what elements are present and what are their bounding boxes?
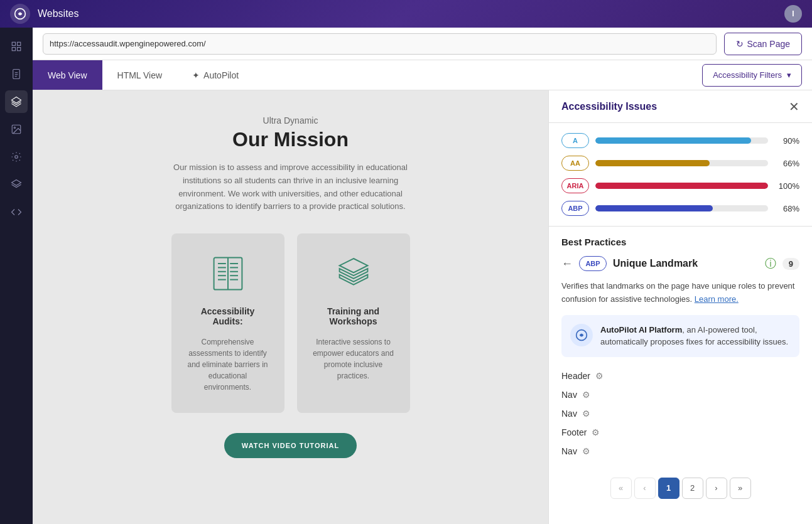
layers-icon bbox=[333, 254, 374, 296]
tab-web-view[interactable]: Web View bbox=[33, 60, 102, 90]
web-card-audits: Accessibility Audits: Comprehensive asse… bbox=[171, 233, 284, 413]
issue-row-aa: AA 66% bbox=[561, 156, 799, 171]
sidebar-item-grid[interactable] bbox=[5, 35, 28, 58]
info-icon: ⓘ bbox=[765, 256, 776, 271]
detail-count-badge: 9 bbox=[782, 258, 799, 270]
tab-autopilot[interactable]: ✦ AutoPilot bbox=[177, 60, 254, 90]
badge-abp[interactable]: ABP bbox=[561, 201, 589, 216]
panel-header: Accessibility Issues ✕ bbox=[549, 90, 812, 123]
app-title: Websites bbox=[38, 8, 777, 19]
detail-badge-abp: ABP bbox=[579, 256, 607, 271]
chevron-down-icon: ▾ bbox=[787, 70, 791, 80]
badge-aa[interactable]: AA bbox=[561, 156, 589, 171]
accessibility-filters-button[interactable]: Accessibility Filters ▾ bbox=[702, 64, 802, 87]
back-button[interactable]: ← bbox=[561, 257, 573, 270]
pagination: « ‹ 1 2 › bbox=[561, 470, 799, 501]
card-training-desc: Interactive sessions to empower educator… bbox=[312, 336, 395, 382]
progress-fill-aria bbox=[595, 183, 768, 189]
pagination-next-button[interactable]: › bbox=[706, 478, 727, 499]
watch-video-button[interactable]: WATCH VIDEO TUTORIAL bbox=[224, 433, 357, 458]
fix-icon-4[interactable]: ⚙ bbox=[582, 446, 590, 456]
badge-a[interactable]: A bbox=[561, 133, 589, 148]
avatar[interactable]: I bbox=[784, 5, 802, 23]
main-layout: ↻ Scan Page Web View HTML View ✦ AutoPil… bbox=[0, 28, 812, 524]
svg-rect-3 bbox=[12, 48, 15, 51]
detail-description: Verifies that landmarks on the page have… bbox=[561, 280, 799, 306]
issue-pct-a: 90% bbox=[774, 136, 799, 146]
pagination-first-button[interactable]: « bbox=[610, 478, 632, 499]
web-title: Our Mission bbox=[232, 128, 349, 151]
scan-page-button[interactable]: ↻ Scan Page bbox=[724, 33, 803, 55]
issue-row-a: A 90% bbox=[561, 133, 799, 148]
url-bar: ↻ Scan Page bbox=[33, 28, 812, 60]
landmark-name-0: Header bbox=[561, 371, 590, 381]
issues-list: A 90% AA bbox=[549, 123, 812, 227]
close-panel-button[interactable]: ✕ bbox=[789, 100, 799, 113]
svg-point-12 bbox=[15, 156, 18, 159]
issue-row-abp: ABP 68% bbox=[561, 201, 799, 216]
badge-aria[interactable]: ARIA bbox=[561, 178, 589, 193]
pagination-last-button[interactable]: » bbox=[730, 478, 751, 499]
list-item: Nav ⚙ bbox=[561, 386, 799, 404]
landmark-list: Header ⚙ Nav ⚙ Nav ⚙ Footer bbox=[561, 367, 799, 460]
sidebar-item-image[interactable] bbox=[5, 118, 28, 141]
pagination-page-1-button[interactable]: 1 bbox=[658, 478, 679, 499]
card-training-title: Training and Workshops bbox=[312, 306, 395, 326]
right-panel: Accessibility Issues ✕ A 90% bbox=[548, 90, 812, 524]
sidebar-item-code[interactable] bbox=[5, 201, 28, 223]
url-input[interactable] bbox=[43, 33, 717, 55]
content-area: ↻ Scan Page Web View HTML View ✦ AutoPil… bbox=[33, 28, 812, 524]
refresh-icon: ↻ bbox=[736, 39, 744, 49]
fix-icon-3[interactable]: ⚙ bbox=[592, 427, 600, 437]
list-item: Footer ⚙ bbox=[561, 424, 799, 441]
issue-pct-abp: 68% bbox=[774, 204, 799, 213]
web-view-area: Ultra Dynamic Our Mission Our mission is… bbox=[33, 90, 548, 524]
learn-more-link[interactable]: Learn more. bbox=[695, 294, 739, 304]
landmark-name-2: Nav bbox=[561, 409, 577, 419]
sidebar-item-layers[interactable] bbox=[5, 90, 28, 113]
pagination-prev-button[interactable]: ‹ bbox=[634, 478, 656, 499]
tab-html-view[interactable]: HTML View bbox=[102, 60, 178, 90]
issue-row-aria: ARIA 100% bbox=[561, 178, 799, 193]
landmark-name-1: Nav bbox=[561, 390, 577, 400]
autopilot-star-icon: ✦ bbox=[192, 70, 200, 80]
landmark-name-4: Nav bbox=[561, 446, 577, 456]
detail-section-title: Best Practices bbox=[561, 237, 799, 247]
landmark-name-3: Footer bbox=[561, 427, 587, 437]
autopilot-description: AutoPilot AI Platform, an AI-powered too… bbox=[600, 324, 791, 348]
svg-rect-1 bbox=[12, 42, 15, 45]
panel-title: Accessibility Issues bbox=[561, 101, 657, 112]
logo bbox=[10, 4, 30, 24]
view-tabs-bar: Web View HTML View ✦ AutoPilot Accessibi… bbox=[33, 60, 812, 90]
sidebar-item-stack[interactable] bbox=[5, 173, 28, 196]
card-audits-title: Accessibility Audits: bbox=[187, 306, 269, 326]
list-item: Nav ⚙ bbox=[561, 405, 799, 422]
detail-panel: Best Practices ← ABP Unique Landmark ⓘ 9… bbox=[549, 227, 812, 524]
svg-rect-2 bbox=[18, 42, 21, 45]
detail-landmark-title: Unique Landmark bbox=[613, 258, 759, 269]
autopilot-box: AutoPilot AI Platform, an AI-powered too… bbox=[561, 315, 799, 357]
web-description: Our mission is to assess and improve acc… bbox=[159, 161, 423, 213]
list-item: Header ⚙ bbox=[561, 367, 799, 385]
svg-point-11 bbox=[14, 127, 15, 128]
fix-icon-1[interactable]: ⚙ bbox=[582, 390, 590, 400]
sidebar-item-document[interactable] bbox=[5, 63, 28, 85]
svg-marker-9 bbox=[12, 97, 21, 104]
sidebar-item-settings[interactable] bbox=[5, 146, 28, 168]
top-bar: Websites I bbox=[0, 0, 812, 28]
web-card-training: Training and Workshops Interactive sessi… bbox=[297, 233, 410, 413]
book-icon bbox=[208, 254, 248, 296]
progress-fill-aa bbox=[595, 160, 710, 166]
pagination-page-2-button[interactable]: 2 bbox=[682, 478, 703, 499]
progress-track-aria bbox=[595, 183, 768, 189]
svg-rect-5 bbox=[13, 70, 20, 79]
web-cards: Accessibility Audits: Comprehensive asse… bbox=[171, 233, 410, 413]
svg-rect-4 bbox=[18, 48, 21, 51]
progress-fill-abp bbox=[595, 205, 713, 211]
web-subtitle: Ultra Dynamic bbox=[263, 115, 318, 126]
fix-icon-0[interactable]: ⚙ bbox=[595, 371, 604, 381]
fix-icon-2[interactable]: ⚙ bbox=[582, 409, 590, 419]
list-item: Nav ⚙ bbox=[561, 442, 799, 460]
svg-marker-13 bbox=[12, 180, 21, 186]
progress-track-abp bbox=[595, 205, 768, 211]
